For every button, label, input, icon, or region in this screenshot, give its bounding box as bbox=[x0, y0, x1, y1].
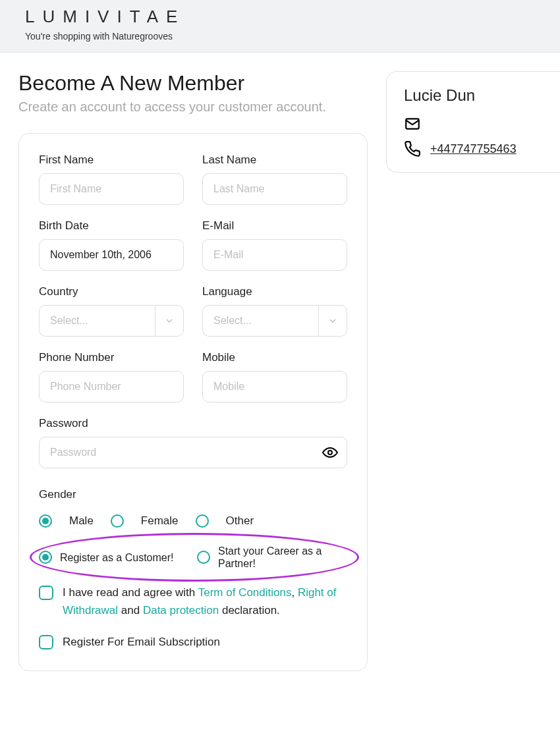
contact-name: Lucie Dun bbox=[404, 86, 543, 105]
terms-checkbox[interactable] bbox=[39, 586, 53, 600]
shopping-with-text: You're shopping with Naturegrooves bbox=[25, 31, 535, 41]
last-name-input[interactable] bbox=[202, 173, 347, 205]
gender-other-label: Other bbox=[226, 514, 254, 528]
register-customer-label: Register as a Customer! bbox=[60, 551, 174, 564]
phone-label: Phone Number bbox=[39, 351, 184, 364]
email-subscription-label: Register For Email Subscription bbox=[63, 634, 220, 651]
first-name-input[interactable] bbox=[39, 173, 184, 205]
svg-point-0 bbox=[328, 451, 332, 454]
brand-logo: LUMIVITAE bbox=[25, 7, 535, 27]
gender-other-radio[interactable] bbox=[196, 514, 209, 528]
contact-phone-link[interactable]: +447747755463 bbox=[430, 142, 517, 156]
phone-input[interactable] bbox=[39, 371, 184, 402]
mail-icon bbox=[404, 115, 421, 132]
first-name-label: First Name bbox=[39, 153, 184, 167]
gender-male-label: Male bbox=[69, 514, 94, 528]
country-dropdown-button[interactable] bbox=[155, 305, 184, 337]
chevron-down-icon bbox=[164, 316, 175, 326]
country-label: Country bbox=[39, 285, 184, 298]
register-customer-radio[interactable] bbox=[39, 551, 52, 564]
account-type-group: Register as a Customer! Start your Caree… bbox=[39, 545, 347, 570]
gender-female-label: Female bbox=[141, 514, 179, 528]
gender-female-radio[interactable] bbox=[111, 514, 124, 528]
last-name-label: Last Name bbox=[202, 153, 347, 167]
gender-male-radio[interactable] bbox=[39, 514, 52, 528]
language-select[interactable]: Select... bbox=[202, 305, 318, 337]
page-subtitle: Create an account to access your custome… bbox=[18, 99, 368, 115]
birth-date-input[interactable] bbox=[39, 239, 184, 271]
data-protection-link[interactable]: Data protection bbox=[143, 604, 219, 617]
chevron-down-icon bbox=[327, 316, 338, 326]
page-header: LUMIVITAE You're shopping with Naturegro… bbox=[0, 0, 560, 53]
mobile-input[interactable] bbox=[202, 371, 347, 402]
terms-text: I have read and agree with Term of Condi… bbox=[63, 584, 347, 619]
email-input[interactable] bbox=[202, 239, 347, 271]
registration-form: First Name Last Name Birth Date E-Mail bbox=[18, 133, 368, 671]
phone-icon bbox=[404, 140, 421, 157]
register-partner-radio[interactable] bbox=[197, 551, 210, 564]
gender-label: Gender bbox=[39, 488, 347, 501]
terms-link[interactable]: Term of Conditions bbox=[198, 586, 292, 599]
birth-date-label: Birth Date bbox=[39, 219, 184, 233]
password-input[interactable] bbox=[39, 437, 347, 468]
mobile-label: Mobile bbox=[202, 351, 347, 364]
email-subscription-checkbox[interactable] bbox=[39, 635, 53, 649]
page-title: Become A New Member bbox=[18, 71, 368, 96]
contact-card: Lucie Dun +447747755463 bbox=[386, 71, 560, 173]
language-dropdown-button[interactable] bbox=[318, 305, 347, 337]
email-label: E-Mail bbox=[202, 219, 347, 233]
country-select[interactable]: Select... bbox=[39, 305, 155, 337]
language-label: Language bbox=[202, 285, 347, 298]
register-partner-label: Start your Career as a Partner! bbox=[218, 545, 347, 570]
eye-icon bbox=[322, 445, 338, 460]
show-password-button[interactable] bbox=[322, 445, 338, 460]
password-label: Password bbox=[39, 417, 347, 430]
